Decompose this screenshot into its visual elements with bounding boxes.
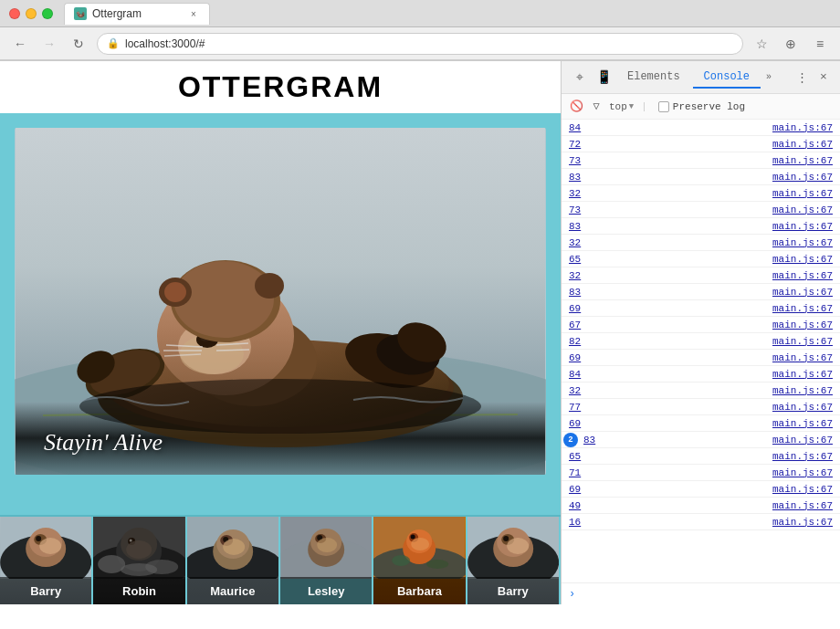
log-row: 65 main.js:67	[562, 448, 840, 465]
minimize-button[interactable]	[26, 8, 37, 19]
menu-icon[interactable]: ≡	[809, 33, 831, 55]
log-value[interactable]: 84	[569, 122, 596, 133]
preserve-log-checkbox[interactable]	[658, 101, 669, 112]
thumbnail-lesley[interactable]: Lesley	[280, 517, 373, 604]
log-row: 32 main.js:67	[562, 235, 840, 251]
log-value[interactable]: 83	[569, 221, 596, 232]
maximize-button[interactable]	[42, 8, 53, 19]
log-source[interactable]: main.js:67	[772, 435, 833, 446]
log-source[interactable]: main.js:67	[772, 122, 833, 133]
log-value[interactable]: 67	[569, 320, 596, 330]
log-source[interactable]: main.js:67	[772, 402, 833, 413]
thumbnail-barry-1[interactable]: Barry	[0, 517, 93, 604]
log-value[interactable]: 32	[569, 270, 596, 281]
tab-console[interactable]: Console	[693, 67, 761, 89]
log-source[interactable]: main.js:67	[772, 254, 833, 265]
log-source[interactable]: main.js:67	[772, 385, 833, 396]
log-source[interactable]: main.js:67	[772, 139, 833, 150]
thumbnail-barbara[interactable]: Barbara	[373, 517, 467, 604]
main-image-caption: Stayin' Alive	[44, 429, 163, 456]
log-source[interactable]: main.js:67	[772, 451, 833, 462]
log-value[interactable]: 32	[569, 237, 596, 248]
devtools-panel: ⌖ 📱 Elements Console » ⋮ × 🚫 ▽ top ▼ | P…	[561, 61, 840, 604]
security-lock-icon: 🔒	[107, 37, 120, 49]
console-filter-dropdown[interactable]: top ▼	[609, 101, 634, 112]
log-value[interactable]: 32	[569, 188, 596, 199]
log-source[interactable]: main.js:67	[772, 369, 833, 380]
log-row: 72 main.js:67	[562, 136, 840, 152]
log-source[interactable]: main.js:67	[772, 237, 833, 248]
bookmark-icon[interactable]: ☆	[751, 33, 772, 55]
reload-button[interactable]: ↻	[68, 33, 89, 55]
log-value[interactable]: 65	[569, 451, 596, 462]
tab-elements[interactable]: Elements	[616, 67, 691, 89]
devtools-more-button[interactable]: ⋮	[793, 68, 811, 87]
thumbnail-robin[interactable]: Robin	[93, 517, 186, 604]
log-value[interactable]: 69	[569, 484, 596, 495]
log-value[interactable]: 65	[569, 254, 596, 265]
devtools-close-button[interactable]: ×	[814, 68, 833, 87]
log-value[interactable]: 32	[569, 385, 596, 396]
log-source[interactable]: main.js:67	[772, 303, 833, 314]
svg-point-62	[223, 539, 245, 555]
otter-main-image	[15, 128, 546, 475]
log-value[interactable]: 72	[569, 139, 596, 150]
thumb-label-barry-2: Barry	[467, 577, 559, 604]
close-button[interactable]	[9, 8, 20, 19]
log-value[interactable]: 69	[569, 303, 596, 314]
log-value[interactable]: 82	[569, 336, 596, 347]
thumb-label-barry-1: Barry	[0, 577, 91, 604]
svg-point-37	[255, 273, 284, 299]
log-source[interactable]: main.js:67	[772, 221, 833, 232]
thumbnail-barry-2[interactable]: Barry	[467, 517, 561, 604]
console-filter-icon[interactable]: ▽	[589, 100, 604, 114]
log-source[interactable]: main.js:67	[772, 418, 833, 429]
devtools-inspect-icon[interactable]: ⌖	[569, 67, 591, 89]
filter-arrow-icon: ▼	[629, 102, 634, 111]
log-source[interactable]: main.js:67	[772, 352, 833, 363]
log-source[interactable]: main.js:67	[772, 270, 833, 281]
console-prompt[interactable]: ›	[562, 582, 840, 604]
log-value[interactable]: 71	[569, 467, 596, 478]
log-source[interactable]: main.js:67	[772, 287, 833, 298]
log-value[interactable]: 84	[569, 369, 596, 380]
log-source[interactable]: main.js:67	[772, 204, 833, 215]
devtools-device-icon[interactable]: 📱	[593, 67, 614, 89]
log-value[interactable]: 83	[569, 172, 596, 183]
log-value[interactable]: 73	[569, 204, 596, 215]
log-source[interactable]: main.js:67	[772, 188, 833, 199]
log-value[interactable]: 16	[569, 517, 596, 528]
forward-button[interactable]: →	[38, 33, 60, 55]
log-row: 71 main.js:67	[562, 465, 840, 481]
svg-point-84	[503, 536, 509, 541]
extensions-icon[interactable]: ⊕	[780, 33, 802, 55]
tab-close-button[interactable]: ×	[187, 7, 200, 20]
address-bar[interactable]: 🔒 localhost:3000/#	[97, 33, 743, 55]
log-row: 32 main.js:67	[562, 383, 840, 399]
console-clear-icon[interactable]: 🚫	[569, 100, 583, 114]
thumbnail-maurice[interactable]: Maurice	[187, 517, 280, 604]
more-tabs-chevron[interactable]: »	[766, 72, 772, 82]
log-source[interactable]: main.js:67	[772, 336, 833, 347]
log-source[interactable]: main.js:67	[772, 155, 833, 166]
browser-tab[interactable]: 🦦 Ottergram ×	[64, 3, 210, 25]
log-value[interactable]: 77	[569, 402, 596, 413]
log-value[interactable]: 83	[569, 287, 596, 298]
log-source[interactable]: main.js:67	[772, 320, 833, 330]
back-button[interactable]: ←	[9, 33, 31, 55]
log-value[interactable]: 49	[569, 500, 596, 511]
console-log-area[interactable]: 84 main.js:67 72 main.js:67 73 main.js:6…	[562, 120, 840, 582]
log-row: 84 main.js:67	[562, 366, 840, 383]
log-source[interactable]: main.js:67	[772, 172, 833, 183]
log-value[interactable]: 69	[569, 352, 596, 363]
main-image: Stayin' Alive	[15, 128, 546, 475]
log-source[interactable]: main.js:67	[772, 467, 833, 478]
log-value[interactable]: 83	[583, 435, 611, 446]
log-source[interactable]: main.js:67	[772, 484, 833, 495]
log-value[interactable]: 73	[569, 155, 596, 166]
log-source[interactable]: main.js:67	[772, 517, 833, 528]
log-source[interactable]: main.js:67	[772, 500, 833, 511]
log-value[interactable]: 69	[569, 418, 596, 429]
browser-chrome: 🦦 Ottergram × ← → ↻ 🔒 localhost:3000/# ☆…	[0, 0, 840, 61]
app-title: OTTERGRAM	[0, 70, 561, 104]
